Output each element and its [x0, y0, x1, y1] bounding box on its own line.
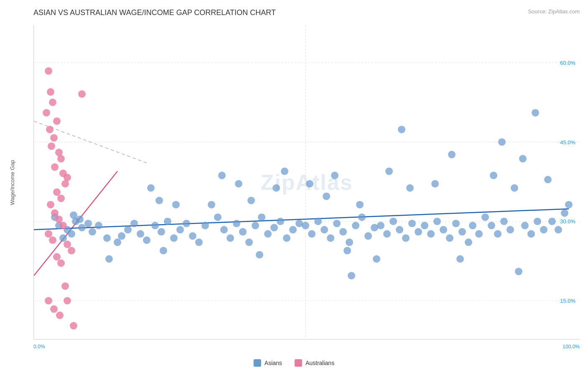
- svg-point-101: [458, 228, 466, 235]
- chart-title: ASIAN VS AUSTRALIAN WAGE/INCOME GAP CORR…: [33, 8, 580, 17]
- svg-point-135: [48, 143, 55, 150]
- svg-text:45.0%: 45.0%: [560, 139, 575, 146]
- y-axis-label-wrapper: Wage/Income Gap: [6, 25, 19, 340]
- svg-point-71: [333, 220, 340, 227]
- svg-text:60.0%: 60.0%: [560, 60, 575, 66]
- svg-point-155: [45, 297, 52, 304]
- svg-point-49: [233, 220, 240, 227]
- svg-point-104: [448, 151, 455, 158]
- svg-point-29: [137, 230, 144, 238]
- svg-point-26: [118, 232, 125, 240]
- svg-point-57: [283, 234, 291, 242]
- svg-point-132: [53, 118, 61, 125]
- y-axis-label: Wage/Income Gap: [10, 160, 16, 205]
- svg-point-138: [51, 164, 59, 171]
- svg-point-84: [373, 255, 380, 263]
- svg-point-15: [78, 224, 86, 231]
- svg-point-50: [239, 228, 247, 235]
- svg-point-128: [45, 67, 52, 75]
- svg-point-48: [227, 234, 234, 242]
- svg-point-123: [544, 176, 552, 184]
- svg-point-94: [406, 184, 414, 192]
- svg-point-124: [548, 217, 556, 225]
- svg-point-158: [56, 312, 64, 319]
- svg-point-46: [214, 213, 222, 221]
- svg-point-102: [465, 238, 472, 246]
- svg-point-115: [511, 184, 518, 192]
- svg-point-30: [143, 236, 151, 244]
- svg-point-142: [53, 188, 61, 196]
- svg-point-141: [61, 180, 69, 188]
- svg-point-34: [170, 234, 178, 242]
- svg-point-33: [164, 217, 171, 225]
- svg-point-133: [46, 126, 54, 133]
- svg-point-54: [264, 230, 272, 238]
- svg-point-66: [302, 222, 309, 229]
- svg-text:15.0%: 15.0%: [560, 298, 575, 304]
- svg-point-23: [70, 211, 77, 219]
- svg-point-22: [76, 215, 84, 223]
- svg-point-146: [55, 215, 63, 223]
- scatter-plot: 60.0% 45.0% 30.0% 15.0%: [34, 25, 580, 339]
- svg-point-98: [440, 226, 447, 233]
- svg-point-117: [521, 222, 529, 229]
- chart-container: ASIAN VS AUSTRALIAN WAGE/INCOME GAP CORR…: [0, 0, 588, 373]
- svg-point-125: [555, 226, 562, 233]
- svg-point-126: [561, 209, 568, 217]
- svg-point-110: [494, 230, 501, 238]
- svg-point-116: [515, 268, 522, 275]
- svg-point-152: [53, 253, 61, 261]
- svg-point-32: [158, 228, 165, 235]
- svg-point-53: [258, 213, 266, 221]
- svg-point-159: [70, 322, 77, 330]
- asians-legend-box: [253, 359, 261, 367]
- svg-point-78: [306, 180, 314, 188]
- svg-point-118: [527, 230, 535, 238]
- svg-point-65: [281, 168, 289, 175]
- svg-point-28: [130, 220, 138, 227]
- svg-point-74: [352, 222, 359, 229]
- svg-point-148: [45, 230, 52, 238]
- svg-point-39: [202, 222, 209, 229]
- svg-point-69: [320, 226, 328, 233]
- svg-point-36: [183, 220, 190, 227]
- x-axis-label-end: 100.0%: [562, 344, 580, 350]
- svg-point-44: [172, 201, 180, 208]
- svg-point-88: [396, 226, 403, 233]
- svg-point-37: [189, 232, 197, 240]
- svg-point-95: [421, 222, 428, 229]
- svg-point-41: [147, 184, 155, 192]
- svg-point-63: [256, 251, 263, 258]
- svg-point-119: [534, 217, 541, 225]
- svg-point-52: [252, 222, 259, 229]
- svg-point-43: [160, 247, 167, 254]
- svg-point-114: [498, 138, 506, 146]
- svg-point-97: [433, 217, 441, 225]
- bottom-legend: Asians Australians: [253, 359, 334, 367]
- svg-point-73: [345, 238, 353, 246]
- svg-point-90: [408, 220, 416, 227]
- svg-point-111: [500, 217, 508, 225]
- svg-point-113: [490, 172, 497, 179]
- svg-point-120: [540, 226, 547, 233]
- svg-point-18: [84, 220, 92, 227]
- svg-point-80: [331, 172, 338, 179]
- svg-point-149: [49, 236, 56, 244]
- svg-point-147: [59, 222, 67, 229]
- svg-point-130: [49, 99, 56, 106]
- svg-point-103: [431, 180, 439, 188]
- svg-point-62: [248, 197, 255, 204]
- svg-point-144: [47, 201, 54, 208]
- svg-point-127: [565, 201, 573, 208]
- chart-area: ZipAtlas 60.0% 45.0% 30.0% 15.0%: [33, 25, 580, 340]
- svg-point-129: [47, 88, 54, 96]
- svg-point-47: [220, 226, 228, 233]
- svg-point-76: [364, 232, 372, 240]
- svg-point-72: [339, 228, 347, 235]
- svg-point-58: [289, 226, 297, 233]
- svg-point-121: [519, 155, 527, 163]
- asians-legend-label: Asians: [264, 360, 282, 366]
- svg-point-134: [50, 134, 58, 142]
- svg-point-16: [68, 230, 75, 238]
- svg-point-156: [64, 297, 71, 304]
